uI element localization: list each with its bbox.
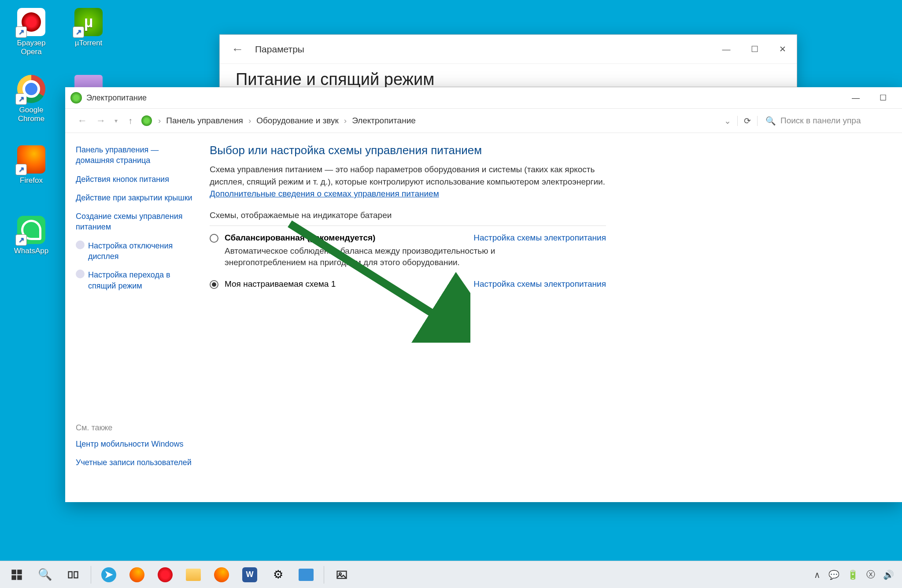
taskbar-divider — [91, 566, 91, 584]
close-button[interactable]: ✕ — [769, 39, 797, 59]
refresh-icon[interactable]: ⟳ — [737, 116, 758, 126]
minimize-button[interactable]: — — [712, 39, 740, 59]
taskbar-app-telegram[interactable]: ➤ — [96, 563, 122, 587]
desktop-icon-opera[interactable]: ↗ Браузер Opera — [7, 8, 55, 57]
taskbar-app-control-panel[interactable] — [293, 563, 319, 587]
plan-name: Сбалансированная (рекомендуется) — [225, 233, 375, 243]
system-tray: ∧ 💬 🔋 ⓧ 🔊 — [814, 569, 898, 581]
tray-volume-icon[interactable]: 🔊 — [883, 570, 894, 580]
taskbar-app-firefox[interactable] — [124, 563, 150, 587]
svg-rect-3 — [11, 575, 16, 580]
taskbar-divider — [324, 566, 324, 584]
power-window-title: Электропитание — [86, 93, 842, 103]
configure-plan-link[interactable]: Настройка схемы электропитания — [473, 233, 606, 243]
sidebar-home-link[interactable]: Панель управления — домашняя страница — [76, 144, 196, 166]
chrome-icon: ↗ — [17, 75, 45, 103]
sidebar-link-label: Настройка перехода в спящий режим — [88, 270, 196, 291]
desktop-icon-whatsapp[interactable]: ↗ WhatsApp — [7, 216, 55, 255]
search-icon: 🔍 — [765, 116, 776, 126]
breadcrumb-icon — [141, 115, 152, 126]
tray-action-center-icon[interactable]: 💬 — [828, 570, 839, 580]
power-plan-balanced[interactable]: Сбалансированная (рекомендуется) Настрой… — [210, 230, 606, 245]
desktop-icon-label: Firefox — [7, 176, 55, 185]
sidebar-link-display-off[interactable]: Настройка отключения дисплея — [76, 240, 196, 262]
nav-back-icon[interactable]: ← — [73, 115, 92, 126]
desktop-icon-label: µTorrent — [64, 39, 113, 48]
power-titlebar[interactable]: Электропитание — ☐ — [65, 87, 902, 108]
settings-title: Параметры — [255, 44, 712, 55]
power-icon — [70, 92, 82, 104]
taskbar-app-firefox-2[interactable] — [208, 563, 235, 587]
see-also-mobility[interactable]: Центр мобильности Windows — [76, 439, 196, 449]
power-plan-custom[interactable]: Моя настраиваемая схема 1 Настройка схем… — [210, 277, 606, 292]
taskbar-app-settings[interactable]: ⚙ — [265, 563, 291, 587]
page-description: Схема управления питанием — это набор па… — [210, 165, 605, 186]
configure-plan-link[interactable]: Настройка схемы электропитания — [473, 279, 606, 289]
back-button[interactable]: ← — [220, 42, 255, 56]
see-also-accounts[interactable]: Учетные записи пользователей — [76, 457, 196, 468]
taskbar: 🔍 ➤ W ⚙ ∧ 💬 🔋 ⓧ 🔊 — [0, 561, 902, 588]
plan-description: Автоматическое соблюдение баланса между … — [225, 245, 568, 269]
desktop-icon-chrome[interactable]: ↗ Google Chrome — [7, 75, 55, 124]
chevron-right-icon: › — [340, 116, 350, 126]
taskbar-app-photos[interactable] — [329, 563, 355, 587]
tray-overflow-icon[interactable]: ∧ — [814, 570, 821, 580]
settings-window: ← Параметры — ☐ ✕ Питание и спящий режим — [219, 34, 797, 87]
learn-more-link[interactable]: Дополнительные сведения о схемах управле… — [210, 189, 439, 198]
search-placeholder: Поиск в панели упра — [780, 116, 861, 126]
divider — [210, 226, 606, 226]
taskbar-app-opera[interactable] — [152, 563, 178, 587]
desktop-icon-firefox[interactable]: ↗ Firefox — [7, 145, 55, 185]
breadcrumb-mid[interactable]: Оборудование и звук — [255, 116, 340, 126]
shortcut-icon: ↗ — [15, 93, 27, 105]
shortcut-icon: ↗ — [15, 164, 27, 175]
sidebar: Панель управления — домашняя страница Де… — [65, 133, 206, 502]
nav-up-icon[interactable]: ↑ — [122, 116, 139, 126]
plans-subheading: Схемы, отображаемые на индикаторе батаре… — [210, 211, 884, 220]
sidebar-link-create-plan[interactable]: Создание схемы управления питанием — [76, 211, 196, 233]
sidebar-link-buttons[interactable]: Действия кнопок питания — [76, 174, 196, 185]
desktop-icon-label: Браузер Opera — [7, 39, 55, 57]
display-icon — [76, 240, 85, 249]
desktop-icon-label: Google Chrome — [7, 106, 55, 124]
desktop-icon-utorrent[interactable]: µ↗ µTorrent — [64, 8, 113, 48]
minimize-button[interactable]: — — [842, 89, 869, 107]
breadcrumb-root[interactable]: Панель управления — [164, 116, 245, 126]
radio-checked-icon[interactable] — [210, 280, 218, 289]
opera-icon: ↗ — [17, 8, 45, 36]
taskbar-app-word[interactable]: W — [237, 563, 263, 587]
settings-titlebar[interactable]: ← Параметры — ☐ ✕ — [220, 35, 797, 64]
nav-recent-icon[interactable]: ▾ — [110, 117, 122, 124]
moon-icon — [76, 270, 85, 278]
sidebar-link-sleep[interactable]: Настройка перехода в спящий режим — [76, 270, 196, 291]
shortcut-icon: ↗ — [15, 234, 27, 246]
utorrent-icon: µ↗ — [74, 8, 103, 36]
svg-rect-1 — [11, 570, 16, 574]
svg-rect-4 — [17, 575, 22, 580]
task-view-button[interactable] — [60, 563, 86, 587]
sidebar-link-lid[interactable]: Действие при закрытии крышки — [76, 192, 196, 203]
see-also-label: См. также — [76, 423, 196, 433]
plan-name: Моя настраиваемая схема 1 — [225, 279, 336, 289]
whatsapp-icon: ↗ — [17, 216, 45, 244]
maximize-button[interactable]: ☐ — [869, 89, 897, 107]
taskbar-app-explorer[interactable] — [180, 563, 207, 587]
tray-network-icon[interactable]: ⓧ — [866, 569, 875, 581]
main-content: Выбор или настройка схемы управления пит… — [206, 133, 902, 502]
firefox-icon: ↗ — [17, 145, 45, 174]
svg-rect-5 — [69, 572, 72, 578]
svg-rect-6 — [74, 572, 78, 578]
start-button[interactable] — [4, 563, 30, 587]
shortcut-icon: ↗ — [15, 26, 27, 38]
power-options-window: Электропитание — ☐ ← → ▾ ↑ › Панель упра… — [65, 87, 902, 502]
nav-forward-icon[interactable]: → — [92, 115, 110, 126]
address-dropdown-icon[interactable]: ⌄ — [718, 116, 737, 126]
radio-unchecked-icon[interactable] — [210, 234, 218, 243]
maximize-button[interactable]: ☐ — [740, 39, 769, 59]
search-box[interactable]: 🔍 Поиск в панели упра — [758, 116, 894, 126]
search-button[interactable]: 🔍 — [32, 563, 58, 587]
svg-rect-2 — [17, 570, 22, 574]
tray-battery-icon[interactable]: 🔋 — [847, 570, 858, 580]
breadcrumb-leaf[interactable]: Электропитание — [350, 116, 418, 126]
nav-toolbar: ← → ▾ ↑ › Панель управления › Оборудован… — [65, 108, 902, 133]
